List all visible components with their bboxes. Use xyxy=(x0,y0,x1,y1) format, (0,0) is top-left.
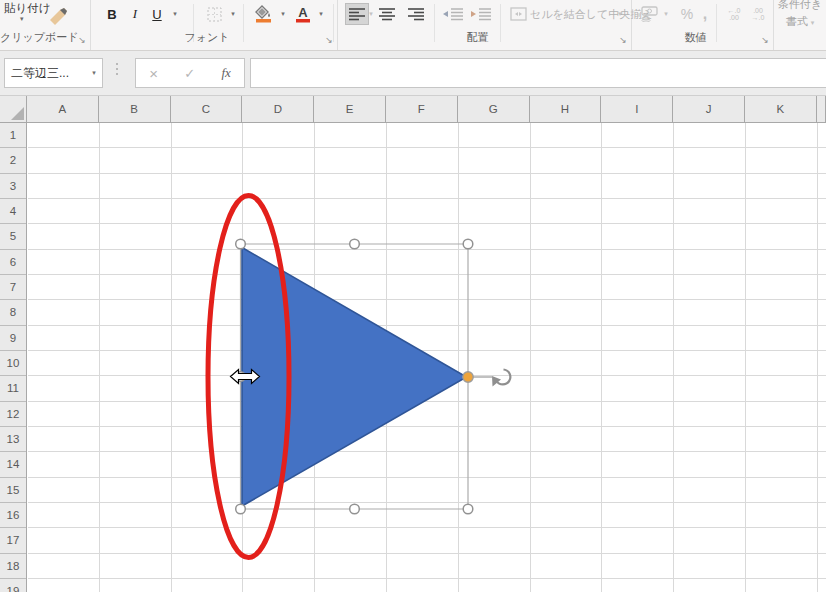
cancel-button[interactable]: × xyxy=(149,65,158,82)
clipboard-dialog-launcher-icon[interactable]: ↘ xyxy=(77,35,87,45)
underline-dropdown-icon[interactable]: ▾ xyxy=(169,3,181,25)
row-header-8[interactable]: 8 xyxy=(0,300,26,325)
row-header-18[interactable]: 18 xyxy=(0,554,26,579)
borders-dropdown-icon[interactable]: ▾ xyxy=(227,3,239,25)
column-header-partial[interactable] xyxy=(817,96,826,122)
accounting-format-icon[interactable] xyxy=(638,3,660,25)
row-header-6[interactable]: 6 xyxy=(0,250,26,275)
number-dialog-launcher-icon[interactable]: ↘ xyxy=(760,35,770,45)
name-box-dropdown-icon[interactable]: ▾ xyxy=(86,69,102,77)
font-color-dropdown-icon[interactable]: ▾ xyxy=(315,3,327,25)
decrease-indent-icon[interactable] xyxy=(440,3,466,25)
increase-decimal-button[interactable]: ←.0 .00 xyxy=(722,3,746,25)
row-header-14[interactable]: 14 xyxy=(0,452,26,477)
bold-button[interactable]: B xyxy=(103,3,121,25)
select-all-button[interactable] xyxy=(0,96,27,123)
column-header-B[interactable]: B xyxy=(99,96,171,122)
ribbon-group-clipboard: 貼り付け ▾ クリップボード ↘ xyxy=(0,0,91,50)
formula-input[interactable] xyxy=(250,58,826,88)
fill-color-dropdown-icon[interactable]: ▾ xyxy=(277,3,289,25)
clipboard-group-label: クリップボード xyxy=(0,30,76,45)
borders-icon[interactable] xyxy=(205,3,223,25)
formula-bar-drag-handle[interactable] xyxy=(114,63,120,75)
conditional-formatting-dropdown-icon: ▾ xyxy=(811,19,815,26)
increase-indent-icon[interactable] xyxy=(468,3,494,25)
cells-area[interactable] xyxy=(28,123,826,592)
enter-button[interactable]: ✓ xyxy=(184,66,195,81)
merge-center-icon[interactable] xyxy=(508,3,528,25)
align-right-icon[interactable] xyxy=(404,3,428,25)
row-header-4[interactable]: 4 xyxy=(0,199,26,224)
align-left-icon[interactable] xyxy=(345,3,369,25)
fill-color-icon[interactable] xyxy=(253,3,275,25)
font-color-icon[interactable]: A xyxy=(293,3,313,25)
merge-center-dropdown-icon[interactable]: ▾ xyxy=(614,3,626,25)
row-headers: 12345678910111213141516171819 xyxy=(0,123,27,592)
ribbon: 貼り付け ▾ クリップボード ↘ B I U ▾ xyxy=(0,0,826,51)
row-header-10[interactable]: 10 xyxy=(0,351,26,376)
decrease-decimal-button[interactable]: .00 →.0 xyxy=(746,3,770,25)
formula-buttons: × ✓ fx xyxy=(135,58,245,88)
conditional-formatting-button[interactable]: 条件付き 書式 ▾ xyxy=(774,0,826,50)
underline-button[interactable]: U xyxy=(149,3,165,25)
formula-bar: 二等辺三... ▾ × ✓ fx xyxy=(0,51,826,96)
column-headers: ABCDEFGHIJK xyxy=(27,96,826,123)
comma-style-button[interactable]: , xyxy=(698,3,712,25)
row-header-16[interactable]: 16 xyxy=(0,503,26,528)
excel-window: 貼り付け ▾ クリップボード ↘ B I U ▾ xyxy=(0,0,826,592)
column-header-D[interactable]: D xyxy=(242,96,314,122)
column-header-C[interactable]: C xyxy=(171,96,243,122)
worksheet: ABCDEFGHIJK 1234567891011121314151617181… xyxy=(0,96,826,592)
row-header-15[interactable]: 15 xyxy=(0,478,26,503)
percent-style-button[interactable]: % xyxy=(676,3,698,25)
column-header-I[interactable]: I xyxy=(601,96,673,122)
row-header-7[interactable]: 7 xyxy=(0,275,26,300)
row-header-17[interactable]: 17 xyxy=(0,528,26,553)
insert-function-button[interactable]: fx xyxy=(221,65,230,81)
row-header-3[interactable]: 3 xyxy=(0,174,26,199)
svg-text:A: A xyxy=(298,5,308,20)
alignment-dialog-launcher-icon[interactable]: ↘ xyxy=(618,35,628,45)
italic-button[interactable]: I xyxy=(127,3,143,25)
row-header-5[interactable]: 5 xyxy=(0,224,26,249)
name-box-value: 二等辺三... xyxy=(5,65,86,82)
ribbon-group-number: ▾ % , ←.0 .00 .00 →.0 数値 ↘ xyxy=(632,0,774,50)
number-group-label: 数値 xyxy=(632,30,759,45)
paste-dropdown-icon[interactable]: ▾ xyxy=(20,15,24,23)
format-painter-icon[interactable] xyxy=(46,6,70,30)
row-header-19[interactable]: 19 xyxy=(0,579,26,592)
row-header-13[interactable]: 13 xyxy=(0,427,26,452)
accounting-dropdown-icon[interactable]: ▾ xyxy=(660,3,672,25)
alignment-group-label: 配置 xyxy=(338,30,617,45)
font-dialog-launcher-icon[interactable]: ↘ xyxy=(324,35,334,45)
ribbon-group-alignment: セルを結合して中央揃え ▾ 配置 ↘ xyxy=(338,0,632,50)
column-header-J[interactable]: J xyxy=(673,96,745,122)
select-all-triangle-icon xyxy=(11,107,24,120)
ribbon-group-font: B I U ▾ ▾ xyxy=(91,0,338,50)
row-header-2[interactable]: 2 xyxy=(0,148,26,173)
column-header-K[interactable]: K xyxy=(745,96,817,122)
row-header-1[interactable]: 1 xyxy=(0,123,26,148)
column-header-A[interactable]: A xyxy=(27,96,99,122)
column-header-H[interactable]: H xyxy=(530,96,602,122)
row-header-11[interactable]: 11 xyxy=(0,376,26,401)
column-header-E[interactable]: E xyxy=(314,96,386,122)
column-header-G[interactable]: G xyxy=(458,96,530,122)
row-header-12[interactable]: 12 xyxy=(0,402,26,427)
name-box[interactable]: 二等辺三... ▾ xyxy=(4,58,103,88)
paste-label: 貼り付け xyxy=(4,1,51,16)
font-group-label: フォント xyxy=(91,30,323,45)
row-header-9[interactable]: 9 xyxy=(0,326,26,351)
column-header-F[interactable]: F xyxy=(386,96,458,122)
align-center-icon[interactable] xyxy=(375,3,399,25)
